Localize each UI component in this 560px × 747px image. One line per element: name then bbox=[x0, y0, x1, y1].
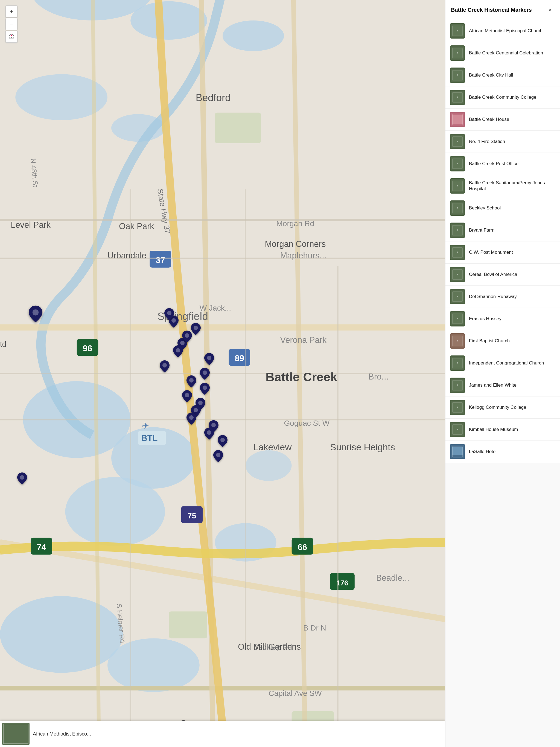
svg-point-95 bbox=[185, 333, 189, 338]
list-thumb: ▪ bbox=[450, 356, 465, 371]
list-label: Battle Creek Community College bbox=[469, 94, 536, 100]
svg-text:✈: ✈ bbox=[142, 421, 149, 431]
list-item[interactable]: ▪ Del Shannon-Runaway bbox=[446, 286, 560, 308]
list-thumb bbox=[450, 112, 465, 127]
list-thumb: ▪ bbox=[450, 134, 465, 149]
close-panel-button[interactable]: × bbox=[546, 5, 555, 14]
list-label: Battle Creek Post Office bbox=[469, 161, 518, 167]
map-pin[interactable] bbox=[200, 368, 210, 381]
list-label: Independent Congregational Church bbox=[469, 360, 544, 366]
svg-point-97 bbox=[176, 348, 180, 353]
map-pin[interactable] bbox=[204, 428, 214, 441]
svg-point-100 bbox=[194, 326, 198, 330]
map-pin[interactable] bbox=[186, 413, 196, 426]
markers-list: ▪ African Methodist Episcopal Church ▪ B… bbox=[446, 20, 560, 747]
svg-text:▪: ▪ bbox=[457, 161, 458, 166]
svg-text:BTL: BTL bbox=[141, 433, 157, 443]
svg-point-12 bbox=[246, 450, 291, 481]
svg-text:▪: ▪ bbox=[457, 272, 458, 277]
list-item[interactable]: ▪ Cereal Bowl of America bbox=[446, 264, 560, 286]
list-item[interactable]: ▪ Kellogg Community College bbox=[446, 396, 560, 419]
list-thumb: ▪ bbox=[450, 245, 465, 260]
map-popup[interactable]: African Methodist Episco... bbox=[0, 721, 445, 747]
svg-text:Urbandale: Urbandale bbox=[107, 251, 146, 260]
svg-point-104 bbox=[203, 370, 207, 375]
svg-text:96: 96 bbox=[83, 344, 92, 353]
list-item[interactable]: ▪ Battle Creek Community College bbox=[446, 86, 560, 108]
list-item[interactable]: ▪ Battle Creek Sanitarium/Percy Jones Ho… bbox=[446, 175, 560, 197]
list-label: No. 4 Fire Station bbox=[469, 138, 505, 145]
svg-point-87 bbox=[189, 378, 194, 383]
map-pin[interactable] bbox=[173, 345, 183, 358]
list-label: Bryant Farm bbox=[469, 227, 495, 233]
list-label: Beckley School bbox=[469, 205, 501, 211]
svg-text:▪: ▪ bbox=[457, 338, 458, 343]
svg-text:▪: ▪ bbox=[457, 316, 458, 321]
list-item[interactable]: ▪ Battle Creek City Hall bbox=[446, 64, 560, 86]
map-pin[interactable] bbox=[191, 323, 201, 336]
svg-text:Sunrise Heights: Sunrise Heights bbox=[330, 442, 395, 452]
svg-point-94 bbox=[221, 438, 225, 442]
list-item[interactable]: ▪ Bryant Farm bbox=[446, 219, 560, 241]
svg-rect-13 bbox=[215, 113, 261, 143]
svg-point-2 bbox=[130, 1, 207, 40]
map-pin[interactable] bbox=[164, 308, 174, 321]
svg-point-85 bbox=[20, 475, 24, 480]
svg-text:▪: ▪ bbox=[457, 138, 458, 144]
svg-text:▪: ▪ bbox=[457, 28, 458, 33]
svg-text:Lakeview: Lakeview bbox=[253, 442, 292, 452]
list-item[interactable]: ▪ Battle Creek Post Office bbox=[446, 153, 560, 175]
map-pin[interactable] bbox=[182, 390, 192, 403]
list-item[interactable]: ▪ Kimball House Museum bbox=[446, 419, 560, 441]
map-pin[interactable] bbox=[204, 353, 214, 366]
compass-button[interactable] bbox=[5, 31, 18, 43]
map-pin[interactable] bbox=[200, 383, 210, 396]
svg-point-90 bbox=[207, 356, 211, 360]
svg-point-3 bbox=[223, 21, 284, 51]
list-label: African Methodist Episcopal Church bbox=[469, 28, 542, 34]
map-container[interactable]: 37 89 96 66 74 176 Banfield Rd Mud Lake … bbox=[0, 0, 445, 747]
svg-text:66: 66 bbox=[298, 542, 307, 552]
svg-text:▪: ▪ bbox=[457, 249, 458, 255]
list-item[interactable]: Battle Creek House bbox=[446, 108, 560, 131]
map-pin[interactable] bbox=[160, 360, 170, 374]
list-item[interactable]: ▪ Erastus Hussey bbox=[446, 308, 560, 330]
map-pin[interactable] bbox=[218, 435, 228, 448]
list-item[interactable]: ▪ Independent Congregational Church bbox=[446, 352, 560, 374]
list-label: Erastus Hussey bbox=[469, 316, 502, 322]
list-item[interactable]: ▪ C.W. Post Monument bbox=[446, 241, 560, 264]
list-label: Battle Creek House bbox=[469, 117, 509, 123]
list-label: Kimball House Museum bbox=[469, 427, 518, 433]
list-item[interactable]: ▪ African Methodist Episcopal Church bbox=[446, 20, 560, 42]
list-item[interactable]: ▪ No. 4 Fire Station bbox=[446, 131, 560, 153]
svg-text:Capital Ave SW: Capital Ave SW bbox=[269, 689, 322, 697]
svg-point-91 bbox=[194, 408, 198, 412]
svg-text:▪: ▪ bbox=[457, 94, 458, 100]
zoom-in-button[interactable]: + bbox=[5, 5, 18, 18]
list-thumb: ▪ bbox=[450, 223, 465, 238]
list-label: Battle Creek City Hall bbox=[469, 72, 513, 78]
svg-point-8 bbox=[65, 477, 165, 546]
list-item[interactable]: ▪ First Baptist Church bbox=[446, 330, 560, 352]
list-item[interactable]: ▪ Beckley School bbox=[446, 197, 560, 219]
list-label: LaSalle Hotel bbox=[469, 449, 497, 455]
map-pin[interactable] bbox=[17, 472, 27, 486]
list-item[interactable]: ▪ Battle Creek Centennial Celebration bbox=[446, 42, 560, 64]
list-item[interactable]: LaSalle Hotel bbox=[446, 441, 560, 463]
svg-point-10 bbox=[0, 596, 123, 673]
map-pin[interactable] bbox=[213, 450, 223, 463]
map-pin-standalone[interactable] bbox=[29, 305, 42, 324]
svg-text:Bro...: Bro... bbox=[368, 372, 388, 381]
popup-title: African Methodist Episco... bbox=[33, 731, 91, 737]
map-pin[interactable] bbox=[186, 376, 196, 389]
svg-marker-84 bbox=[11, 36, 12, 39]
map-pin[interactable] bbox=[182, 331, 192, 344]
svg-text:▪: ▪ bbox=[457, 427, 458, 432]
svg-text:▪: ▪ bbox=[457, 404, 458, 410]
popup-thumbnail bbox=[2, 723, 29, 745]
svg-text:td: td bbox=[0, 340, 6, 349]
svg-text:B Dr N: B Dr N bbox=[303, 624, 326, 632]
list-thumb: ▪ bbox=[450, 333, 465, 349]
list-item[interactable]: ▪ James and Ellen White bbox=[446, 374, 560, 396]
zoom-out-button[interactable]: − bbox=[5, 18, 18, 30]
